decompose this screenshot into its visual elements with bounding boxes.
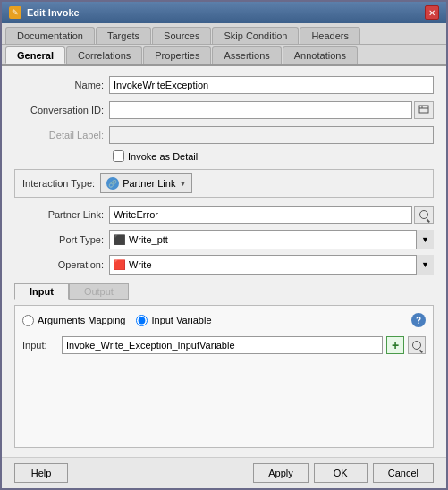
conversation-id-input[interactable]	[109, 101, 412, 119]
title-bar: ✎ Edit Invoke ✕	[2, 2, 446, 23]
tab-headers[interactable]: Headers	[300, 27, 360, 44]
tab-correlations[interactable]: Correlations	[66, 46, 142, 64]
radio-row: Arguments Mapping Input Variable ?	[22, 313, 426, 327]
title-bar-left: ✎ Edit Invoke	[9, 6, 80, 19]
help-icon-button[interactable]: ?	[411, 313, 426, 327]
name-row: Name:	[14, 75, 434, 95]
window-icon: ✎	[9, 6, 21, 19]
operation-select-wrapper: 🟥 Write ▼	[109, 255, 434, 275]
arguments-mapping-radio-item: Arguments Mapping	[22, 315, 125, 326]
arguments-mapping-radio[interactable]	[22, 315, 34, 326]
partner-link-input[interactable]	[109, 206, 412, 224]
invoke-as-detail-label: Invoke as Detail	[128, 151, 198, 162]
mapping-section: Arguments Mapping Input Variable ? Input…	[14, 305, 434, 448]
footer: Help Apply OK Cancel	[2, 457, 446, 488]
detail-label-row: Detail Label:	[14, 125, 434, 145]
svg-rect-0	[419, 106, 428, 113]
ok-button[interactable]: OK	[314, 463, 368, 483]
help-button[interactable]: Help	[14, 463, 68, 483]
partner-link-row: Partner Link:	[14, 205, 434, 224]
conversation-id-label: Conversation ID:	[14, 105, 104, 115]
io-tab-input[interactable]: Input	[14, 283, 69, 300]
tab-targets[interactable]: Targets	[96, 27, 151, 44]
interaction-type-row: Interaction Type: 🔗 Partner Link ▼	[14, 169, 434, 198]
tab-documentation[interactable]: Documentation	[5, 27, 95, 44]
input-row-label: Input:	[22, 340, 58, 351]
main-window: ✎ Edit Invoke ✕ Documentation Targets So…	[0, 0, 448, 490]
conversation-id-browse-button[interactable]	[414, 101, 434, 119]
port-type-select[interactable]: ⬛ Write_ptt	[109, 230, 434, 249]
input-variable-radio-item: Input Variable	[136, 315, 211, 326]
partner-link-search-icon	[419, 210, 428, 219]
partner-link-wrapper	[109, 206, 434, 224]
input-value-row: Input: +	[22, 336, 426, 354]
partner-link-icon: 🔗	[106, 177, 119, 190]
search-variable-icon	[412, 341, 421, 350]
search-variable-button[interactable]	[408, 336, 426, 354]
tab-assertions[interactable]: Assertions	[212, 46, 281, 64]
operation-select[interactable]: 🟥 Write	[109, 255, 434, 275]
interaction-type-dropdown[interactable]: 🔗 Partner Link ▼	[100, 173, 192, 193]
content-area: Name: Conversation ID: Detail Label:	[2, 66, 446, 457]
partner-link-label: Partner Link:	[14, 209, 104, 220]
detail-label-input[interactable]	[109, 126, 434, 144]
input-variable-radio[interactable]	[136, 315, 148, 326]
cancel-button[interactable]: Cancel	[373, 463, 434, 483]
input-variable-label: Input Variable	[151, 315, 211, 325]
browse-icon	[418, 105, 429, 115]
tab-general[interactable]: General	[5, 46, 65, 64]
add-variable-button[interactable]: +	[386, 336, 404, 354]
name-label: Name:	[14, 80, 104, 90]
close-button[interactable]: ✕	[425, 5, 439, 20]
interaction-type-label: Interaction Type:	[22, 178, 95, 189]
conversation-id-row: Conversation ID:	[14, 100, 434, 120]
port-type-label: Port Type:	[14, 234, 104, 245]
footer-right: Apply OK Cancel	[253, 463, 434, 483]
window-title: Edit Invoke	[27, 7, 80, 18]
tabs-row1: Documentation Targets Sources Skip Condi…	[2, 23, 446, 45]
interaction-type-arrow: ▼	[179, 180, 186, 188]
operation-label: Operation:	[14, 259, 104, 270]
tab-properties[interactable]: Properties	[143, 46, 211, 64]
io-tab-output: Output	[69, 283, 129, 300]
port-type-row: Port Type: ⬛ Write_ptt ▼	[14, 230, 434, 249]
invoke-as-detail-row: Invoke as Detail	[14, 150, 434, 162]
detail-label-label: Detail Label:	[14, 130, 104, 140]
arguments-mapping-label: Arguments Mapping	[38, 315, 125, 325]
operation-row: Operation: 🟥 Write ▼	[14, 255, 434, 275]
tabs-row2: General Correlations Properties Assertio…	[2, 45, 446, 66]
input-value-input[interactable]	[62, 336, 383, 354]
tab-skip-condition[interactable]: Skip Condition	[212, 27, 299, 44]
name-input[interactable]	[109, 76, 434, 94]
tab-annotations[interactable]: Annotations	[283, 46, 358, 64]
conversation-id-wrapper	[109, 101, 434, 119]
partner-link-search-button[interactable]	[414, 206, 434, 224]
io-tabs: Input Output	[14, 283, 434, 300]
port-type-select-wrapper: ⬛ Write_ptt ▼	[109, 230, 434, 249]
interaction-type-value: Partner Link	[123, 178, 175, 189]
invoke-as-detail-checkbox[interactable]	[113, 150, 124, 162]
apply-button[interactable]: Apply	[253, 463, 309, 483]
tab-sources[interactable]: Sources	[152, 27, 211, 44]
